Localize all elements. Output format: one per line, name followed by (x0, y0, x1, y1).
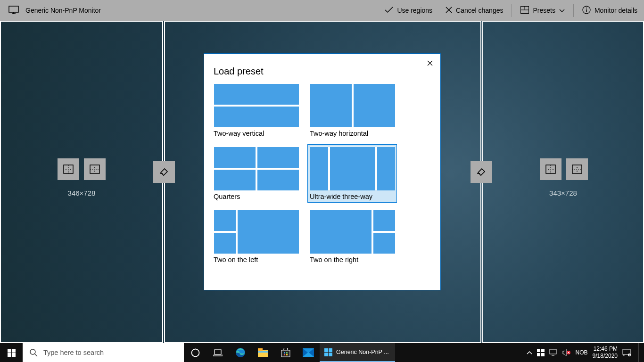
svg-line-31 (35, 354, 37, 356)
svg-rect-48 (329, 348, 332, 352)
tray-action-center[interactable]: 1 (622, 349, 631, 356)
preset-label: Two-way vertical (214, 130, 298, 137)
split-vertical-button[interactable] (566, 158, 588, 180)
svg-text:1: 1 (629, 354, 630, 356)
tray-language[interactable]: NOB (576, 349, 588, 356)
svg-rect-44 (284, 354, 285, 355)
tray-network[interactable] (549, 349, 558, 356)
taskbar-file-explorer[interactable] (252, 343, 274, 362)
monitor-details-button[interactable]: Monitor details (576, 0, 644, 21)
toolbar: Generic Non-PnP Monitor Use regions Canc… (0, 0, 644, 21)
windows-icon (324, 348, 332, 356)
svg-point-11 (66, 169, 66, 170)
svg-rect-38 (258, 350, 268, 357)
cortana-button[interactable] (184, 343, 206, 362)
svg-rect-50 (329, 353, 332, 356)
taskbar: Type here to search Generic Non-PnP ... (0, 343, 644, 362)
svg-point-23 (577, 167, 578, 168)
split-horizontal-button[interactable] (58, 158, 79, 180)
search-icon (29, 348, 38, 357)
dialog-title: Load preset (204, 54, 440, 82)
region-right-dimensions: 343×728 (483, 189, 643, 197)
tray-clock[interactable]: 12:46 PM 9/18/2020 (593, 346, 618, 360)
info-icon (582, 6, 591, 16)
svg-point-15 (94, 167, 95, 168)
preset-quarters[interactable]: Quarters (214, 147, 298, 200)
grid-icon (520, 6, 529, 15)
start-button[interactable] (0, 343, 23, 362)
svg-point-32 (191, 349, 199, 356)
tray-overflow[interactable] (527, 351, 532, 354)
svg-rect-43 (286, 352, 288, 354)
preset-two-way-horizontal[interactable]: Two-way horizontal (310, 83, 395, 137)
divider-erase-right[interactable] (471, 161, 492, 183)
taskbar-store[interactable] (274, 343, 297, 362)
cancel-changes-button[interactable]: Cancel changes (439, 0, 510, 21)
split-horizontal-button[interactable] (540, 158, 561, 180)
divider-erase-left[interactable] (153, 161, 175, 183)
split-vertical-button[interactable] (84, 158, 106, 180)
preset-two-way-vertical[interactable]: Two-way vertical (214, 83, 298, 137)
toolbar-separator (512, 4, 512, 17)
svg-point-24 (577, 171, 578, 172)
preset-label: Quarters (214, 193, 298, 200)
svg-rect-51 (537, 349, 540, 352)
monitor-icon (8, 6, 19, 16)
taskbar-active-app[interactable]: Generic Non-PnP ... (320, 343, 395, 362)
monitor-details-label: Monitor details (594, 7, 637, 14)
task-view-button[interactable] (206, 343, 229, 362)
region-left[interactable]: 346×728 (0, 21, 163, 343)
presets-dropdown[interactable]: Presets (514, 0, 571, 21)
presets-label: Presets (533, 7, 555, 14)
svg-rect-42 (284, 352, 285, 354)
cancel-changes-label: Cancel changes (456, 7, 503, 14)
svg-rect-33 (215, 350, 221, 354)
svg-point-7 (586, 8, 587, 8)
preset-label: Ultra-wide three-way (310, 193, 395, 200)
svg-rect-45 (286, 354, 288, 355)
svg-rect-28 (8, 353, 11, 357)
region-right[interactable]: 343×728 (482, 21, 644, 343)
svg-rect-52 (541, 349, 545, 352)
preset-label: Two-way horizontal (310, 130, 395, 137)
taskbar-active-label: Generic Non-PnP ... (336, 349, 389, 355)
preset-ultra-wide-three-way[interactable]: Ultra-wide three-way (307, 144, 397, 203)
tray-time: 12:46 PM (593, 346, 618, 353)
region-left-dimensions: 346×728 (1, 189, 162, 197)
svg-point-16 (94, 171, 95, 172)
svg-point-12 (70, 169, 71, 170)
svg-rect-47 (324, 348, 328, 352)
show-desktop[interactable] (638, 343, 641, 362)
use-regions-button[interactable]: Use regions (378, 0, 439, 21)
use-regions-label: Use regions (397, 7, 432, 14)
tray-input-indicator[interactable] (537, 349, 545, 356)
taskbar-search[interactable]: Type here to search (23, 343, 184, 362)
load-preset-dialog: Load preset Two-way vertical Two-way hor… (204, 53, 441, 290)
svg-rect-40 (258, 351, 268, 353)
svg-rect-27 (12, 349, 16, 353)
svg-point-19 (548, 169, 549, 170)
svg-rect-55 (550, 349, 556, 354)
svg-rect-41 (281, 350, 290, 357)
dialog-close-button[interactable] (424, 58, 436, 69)
toolbar-separator (573, 4, 574, 17)
system-tray: NOB 12:46 PM 9/18/2020 1 (524, 343, 644, 362)
check-icon (385, 7, 393, 15)
taskbar-edge[interactable] (229, 343, 252, 362)
svg-rect-29 (12, 353, 16, 357)
preset-two-on-the-left[interactable]: Two on the left (214, 210, 298, 263)
preset-two-on-the-right[interactable]: Two on the right (310, 210, 395, 263)
tray-volume[interactable] (562, 349, 571, 356)
windows-icon (8, 349, 16, 357)
svg-point-20 (553, 169, 553, 170)
svg-rect-0 (9, 6, 18, 12)
svg-rect-49 (324, 353, 328, 356)
preset-label: Two on the left (214, 256, 298, 263)
taskbar-mail[interactable] (297, 343, 320, 362)
close-icon (446, 7, 452, 15)
svg-rect-39 (258, 348, 263, 351)
svg-rect-54 (541, 353, 545, 356)
tray-date: 9/18/2020 (593, 353, 618, 360)
search-placeholder: Type here to search (43, 349, 104, 356)
svg-rect-53 (537, 353, 540, 356)
